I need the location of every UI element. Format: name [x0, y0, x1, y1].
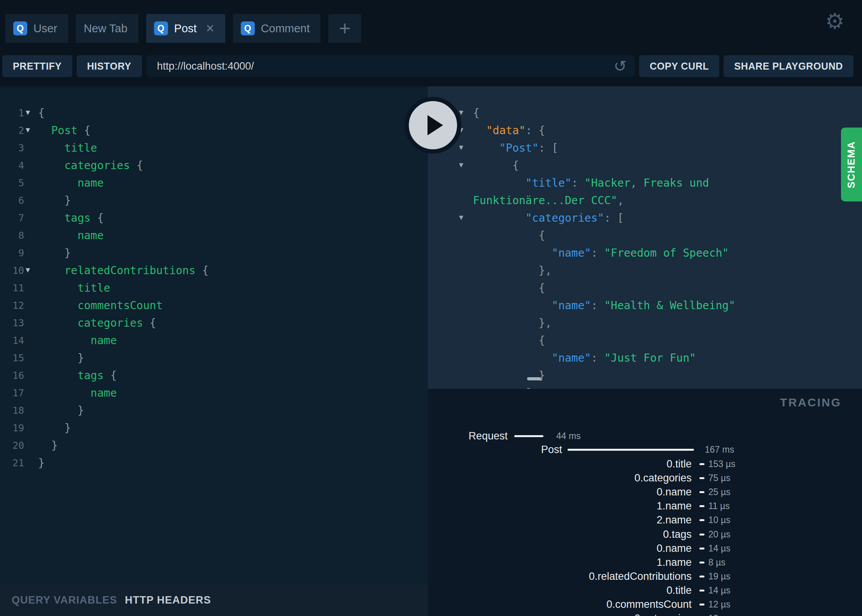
- editor-line[interactable]: 12 commentsCount: [0, 297, 428, 314]
- response-code-text: {: [473, 229, 545, 242]
- execute-query-button[interactable]: [405, 97, 461, 154]
- trace-duration-bar: [699, 548, 704, 550]
- code-token: {: [473, 159, 519, 172]
- code-token: "name": [552, 299, 591, 312]
- code-token: ,: [617, 194, 624, 207]
- editor-line[interactable]: 20 }: [0, 437, 428, 454]
- response-line: }: [428, 367, 862, 384]
- editor-code-text: tags {: [38, 369, 117, 382]
- editor-line[interactable]: 21}: [0, 454, 428, 472]
- tab-bar: QUserNew TabQPost×QComment +: [5, 14, 361, 43]
- editor-line[interactable]: 17 name: [0, 384, 428, 402]
- editor-line[interactable]: 2▾ Post {: [0, 122, 428, 139]
- http-headers-tab[interactable]: HTTP HEADERS: [125, 594, 211, 606]
- code-token: [473, 299, 552, 312]
- trace-field-label: 0.categories: [428, 612, 692, 616]
- code-token: {: [137, 159, 143, 172]
- tab-comment[interactable]: QComment: [233, 14, 321, 43]
- close-icon[interactable]: ×: [206, 21, 214, 35]
- code-token: {: [84, 124, 91, 137]
- code-token: :: [591, 352, 604, 364]
- editor-code-text: tags {: [38, 212, 104, 224]
- tab-post[interactable]: QPost×: [146, 14, 225, 43]
- trace-duration-value: 19 µs: [708, 570, 731, 583]
- editor-code-text: commentsCount: [38, 299, 163, 312]
- trace-field-label: 0.title: [428, 458, 692, 470]
- reload-schema-icon[interactable]: ↺: [611, 58, 629, 75]
- editor-line[interactable]: 11 title: [0, 279, 428, 297]
- trace-field-label: 0.title: [428, 584, 692, 597]
- editor-line[interactable]: 6 }: [0, 192, 428, 209]
- editor-line[interactable]: 8 name: [0, 227, 428, 244]
- prettify-button[interactable]: PRETTIFY: [2, 55, 72, 77]
- copy-curl-button[interactable]: COPY CURL: [639, 55, 719, 77]
- query-editor[interactable]: 1▾{2▾ Post {3 title4 categories {5 name6…: [0, 86, 428, 584]
- response-scrollbar-thumb[interactable]: [527, 377, 541, 380]
- editor-code-text: name: [38, 177, 104, 189]
- trace-row: Post167 ms: [428, 443, 862, 456]
- trace-duration-value: 8 µs: [708, 556, 725, 569]
- settings-gear-icon[interactable]: ⚙: [823, 9, 846, 33]
- trace-duration-value: 20 µs: [708, 528, 731, 541]
- endpoint-url-input[interactable]: [156, 60, 612, 73]
- response-line: ▾{: [428, 104, 862, 122]
- fold-arrow-icon[interactable]: ▾: [459, 208, 463, 226]
- code-token: :: [591, 247, 604, 259]
- editor-line[interactable]: 1▾{: [0, 104, 428, 122]
- code-token: "categories": [526, 212, 604, 224]
- fold-arrow-icon[interactable]: ▾: [26, 103, 30, 121]
- response-code-text: },: [473, 317, 552, 329]
- editor-line[interactable]: 18 }: [0, 402, 428, 419]
- editor-line[interactable]: 9 }: [0, 244, 428, 262]
- line-number: 2: [0, 122, 24, 139]
- response-json: ▾{▾ "data": {▾ "Post": [▾ { "title": "Ha…: [428, 104, 862, 389]
- editor-line[interactable]: 19 }: [0, 419, 428, 437]
- fold-arrow-icon[interactable]: ▾: [459, 138, 463, 156]
- share-playground-button[interactable]: SHARE PLAYGROUND: [724, 55, 853, 77]
- editor-line[interactable]: 3 title: [0, 139, 428, 157]
- editor-code-text: {: [38, 107, 45, 119]
- trace-row: 0.commentsCount12 µs: [428, 598, 862, 611]
- trace-duration-value: 14 µs: [708, 542, 731, 555]
- trace-field-label: 0.name: [428, 486, 692, 498]
- add-tab-button[interactable]: +: [328, 14, 361, 43]
- response-line: "name": "Health & Wellbeing": [428, 297, 862, 314]
- trace-row: 1.name11 µs: [428, 500, 862, 512]
- editor-code-text: }: [38, 457, 45, 469]
- code-token: "Just For Fun": [604, 352, 696, 364]
- tab-label: Comment: [261, 22, 310, 35]
- query-variables-tab[interactable]: QUERY VARIABLES: [12, 594, 117, 606]
- editor-line[interactable]: 10▾ relatedContributions {: [0, 262, 428, 279]
- editor-line[interactable]: 7 tags {: [0, 209, 428, 227]
- fold-arrow-icon[interactable]: ▾: [26, 261, 30, 278]
- editor-line[interactable]: 14 name: [0, 332, 428, 349]
- editor-line[interactable]: 15 }: [0, 349, 428, 367]
- tab-user[interactable]: QUser: [5, 14, 68, 43]
- code-token: title: [38, 282, 110, 294]
- editor-line[interactable]: 16 tags {: [0, 367, 428, 384]
- code-token: tags: [38, 212, 97, 224]
- tab-new-tab[interactable]: New Tab: [76, 14, 138, 43]
- code-token: {: [473, 229, 545, 242]
- schema-side-tab[interactable]: SCHEMA: [841, 128, 862, 201]
- response-code-text: "name": "Freedom of Speech": [473, 247, 729, 259]
- history-button[interactable]: HISTORY: [77, 55, 142, 77]
- editor-line[interactable]: 5 name: [0, 174, 428, 192]
- line-number: 13: [0, 314, 24, 332]
- fold-arrow-icon[interactable]: ▾: [26, 121, 30, 138]
- trace-field-label: 1.name: [428, 500, 692, 512]
- code-token: "Hacker, Freaks und: [585, 177, 709, 189]
- code-token: :: [591, 299, 604, 312]
- code-token: commentsCount: [38, 299, 163, 312]
- response-line: ▾ "Post": [: [428, 139, 862, 157]
- code-token: }: [38, 404, 84, 417]
- line-number: 10: [0, 262, 24, 279]
- editor-line[interactable]: 13 categories {: [0, 314, 428, 332]
- code-token: categories: [38, 317, 150, 329]
- fold-arrow-icon[interactable]: ▾: [459, 156, 463, 173]
- line-number: 7: [0, 209, 24, 227]
- response-code-text: "categories": [: [473, 212, 624, 224]
- query-badge-icon: Q: [154, 21, 168, 35]
- editor-line[interactable]: 4 categories {: [0, 157, 428, 174]
- trace-row: 0.tags20 µs: [428, 528, 862, 541]
